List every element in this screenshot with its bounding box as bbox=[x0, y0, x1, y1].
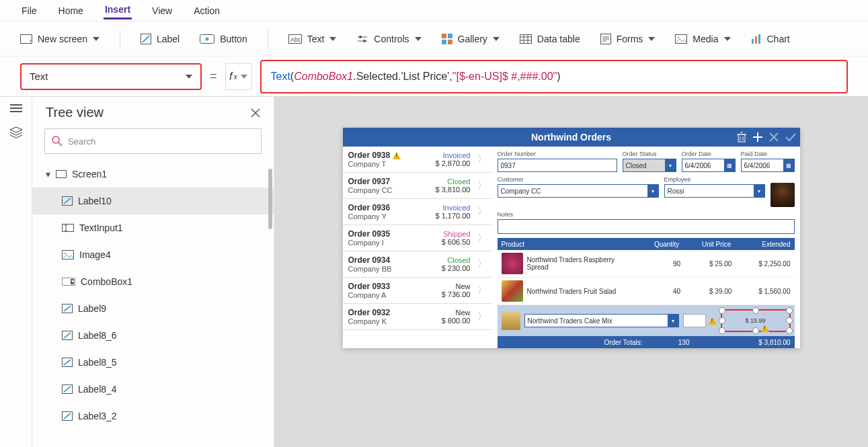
order-date-input[interactable]: 6/4/2006▦ bbox=[682, 159, 736, 172]
employee-select[interactable]: Rossi▾ bbox=[664, 184, 765, 198]
gallery-button[interactable]: Gallery bbox=[442, 34, 500, 44]
order-row[interactable]: Order 0938 Company T Invoiced $ 2,870.00… bbox=[343, 147, 492, 173]
tree-node-label8_6[interactable]: Label8_6 bbox=[32, 322, 274, 349]
resize-handle[interactable] bbox=[719, 327, 725, 334]
order-status: Invoiced bbox=[436, 151, 471, 159]
tree-search-input[interactable]: Search bbox=[44, 128, 262, 154]
data-table-button[interactable]: Data table bbox=[520, 34, 580, 44]
button-button[interactable]: Button bbox=[200, 34, 247, 44]
product-value: Northwind Traders Cake Mix bbox=[528, 317, 613, 325]
order-status-select[interactable]: Closed▾ bbox=[623, 159, 676, 172]
forms-icon bbox=[600, 34, 611, 44]
resize-handle[interactable] bbox=[752, 327, 759, 334]
customer-select[interactable]: Company CC▾ bbox=[498, 184, 659, 198]
tree-node-label: Label10 bbox=[78, 196, 112, 206]
product-row[interactable]: Northwind Traders Fruit Salad 40 $ 39.00… bbox=[498, 278, 795, 305]
order-row[interactable]: Order 0935 Company I Shipped $ 606.50 〉 bbox=[343, 225, 492, 251]
media-button[interactable]: Media bbox=[675, 34, 730, 44]
trash-icon[interactable] bbox=[737, 132, 746, 143]
tree-node-label8_4[interactable]: Label8_4 bbox=[32, 376, 274, 403]
label-order-status: Order Status bbox=[623, 151, 676, 157]
resize-handle[interactable] bbox=[752, 307, 759, 314]
order-status: New bbox=[442, 309, 471, 317]
label-button[interactable]: Label bbox=[141, 34, 180, 44]
product-combobox[interactable]: Northwind Traders Cake Mix▾ bbox=[524, 314, 679, 327]
order-number: Order 0934 bbox=[348, 255, 391, 265]
chevron-down-icon bbox=[648, 37, 655, 41]
menu-view[interactable]: View bbox=[151, 3, 173, 19]
paid-date-input[interactable]: 6/4/2006▦ bbox=[741, 159, 795, 172]
tree-view-title: Tree view bbox=[46, 105, 104, 120]
svg-line-53 bbox=[64, 333, 71, 338]
resize-handle[interactable] bbox=[719, 317, 725, 324]
chevron-right-icon: 〉 bbox=[475, 258, 487, 270]
chart-icon bbox=[751, 34, 762, 44]
order-row[interactable]: Order 0934 Company BB Closed $ 230.00 〉 bbox=[343, 251, 492, 278]
order-row[interactable]: Order 0933 Company A New $ 736.00 〉 bbox=[343, 278, 492, 304]
chart-button[interactable]: Chart bbox=[751, 34, 790, 44]
chevron-right-icon: 〉 bbox=[475, 206, 487, 218]
product-row[interactable]: Northwind Traders Raspberry Spread 90 $ … bbox=[498, 250, 795, 278]
resize-handle[interactable] bbox=[786, 327, 793, 334]
new-screen-button[interactable]: + New screen bbox=[20, 34, 100, 44]
forms-button[interactable]: Forms bbox=[600, 34, 656, 44]
order-number-input[interactable]: 0937 bbox=[498, 159, 617, 172]
node-icon bbox=[62, 384, 73, 394]
notes-input[interactable] bbox=[498, 219, 795, 234]
resize-handle[interactable] bbox=[786, 317, 793, 324]
totals-amount: $ 3,810.00 bbox=[737, 339, 791, 346]
warning-icon bbox=[761, 325, 769, 332]
hamburger-icon[interactable] bbox=[10, 104, 22, 113]
product-name: Northwind Traders Raspberry Spread bbox=[527, 256, 637, 271]
menu-home[interactable]: Home bbox=[57, 3, 85, 19]
product-header: Product Quantity Unit Price Extended bbox=[498, 238, 795, 250]
order-row[interactable]: Order 0936 Company Y Invoiced $ 1,170.00… bbox=[343, 199, 492, 225]
screen-icon bbox=[56, 170, 67, 178]
formula-token-fn: Text bbox=[271, 71, 290, 83]
layers-icon[interactable] bbox=[9, 126, 23, 138]
chevron-down-icon bbox=[329, 37, 336, 41]
menu-file[interactable]: File bbox=[20, 3, 38, 19]
formula-bar[interactable]: Text( ComboBox1.Selected.'List Price', "… bbox=[260, 60, 848, 93]
close-icon[interactable] bbox=[251, 108, 260, 118]
property-dropdown[interactable]: Text bbox=[20, 63, 202, 90]
tree-node-label9[interactable]: Label9 bbox=[32, 295, 274, 322]
tree-node-label8_5[interactable]: Label8_5 bbox=[32, 349, 274, 376]
fx-button[interactable]: fx bbox=[225, 63, 252, 90]
tree-node-label10[interactable]: Label10 bbox=[32, 188, 274, 214]
order-status: Shipped bbox=[442, 230, 471, 238]
scrollbar[interactable] bbox=[267, 161, 274, 447]
menu-action[interactable]: Action bbox=[192, 3, 221, 19]
order-row[interactable]: Order 0932 Company K New $ 800.00 〉 bbox=[343, 304, 492, 330]
controls-button[interactable]: Controls bbox=[356, 34, 421, 44]
gallery-label: Gallery bbox=[458, 34, 487, 44]
selected-label[interactable]: $ 15.99 bbox=[721, 309, 791, 332]
gallery-icon bbox=[442, 34, 452, 44]
tree-view-panel: Tree view Search ▾ Screen1 Label10TextIn… bbox=[32, 97, 274, 447]
qty-input[interactable] bbox=[683, 314, 706, 327]
tree-node-screen1[interactable]: ▾ Screen1 bbox=[32, 161, 274, 188]
svg-rect-16 bbox=[520, 34, 531, 43]
tree-node-image4[interactable]: Image4 bbox=[32, 241, 274, 268]
product-qty: 40 bbox=[637, 288, 680, 295]
text-button[interactable]: Abc Text bbox=[288, 34, 337, 44]
close-icon[interactable] bbox=[769, 132, 779, 142]
tree-node-label3_2[interactable]: Label3_2 bbox=[32, 403, 274, 430]
order-amount: $ 3,810.00 bbox=[436, 186, 471, 194]
resize-handle[interactable] bbox=[719, 307, 725, 314]
label-icon bbox=[141, 34, 151, 44]
plus-icon[interactable] bbox=[753, 132, 762, 142]
svg-rect-41 bbox=[63, 225, 74, 232]
node-icon bbox=[62, 196, 73, 206]
order-row[interactable]: Order 0937 Company CC Closed $ 3,810.00 … bbox=[343, 173, 492, 199]
scrollbar-thumb[interactable] bbox=[268, 169, 272, 229]
check-icon[interactable] bbox=[785, 132, 796, 142]
resize-handle[interactable] bbox=[786, 307, 793, 314]
order-company: Company Y bbox=[348, 212, 432, 220]
tree-node-combobox1[interactable]: ComboBox1 bbox=[32, 268, 274, 295]
menu-insert[interactable]: Insert bbox=[104, 1, 132, 19]
label-order-date: Order Date bbox=[682, 151, 736, 157]
svg-rect-38 bbox=[56, 171, 67, 178]
tree-node-textinput1[interactable]: TextInput1 bbox=[32, 214, 274, 241]
chevron-down-icon bbox=[415, 37, 422, 41]
